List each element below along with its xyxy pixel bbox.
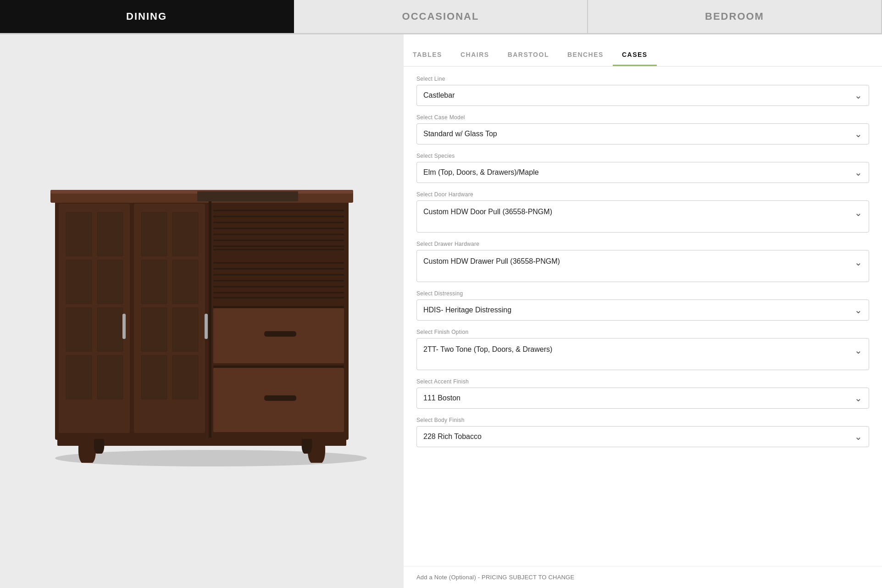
svg-rect-5 [197, 191, 298, 201]
config-panel: TABLES CHAIRS BARSTOOL BENCHES CASES Sel… [404, 34, 882, 588]
select-case-model-value: Standard w/ Glass Top [417, 125, 848, 144]
svg-rect-14 [66, 308, 92, 351]
label-select-line: Select Line [416, 76, 869, 82]
select-distressing-wrapper[interactable]: HDIS- Heritage Distressing ⌄ [416, 300, 869, 321]
svg-rect-12 [66, 260, 92, 304]
select-accent-finish-wrapper[interactable]: 111 Boston ⌄ [416, 388, 869, 409]
svg-rect-49 [213, 366, 344, 368]
tab-chairs[interactable]: CHAIRS [451, 51, 499, 66]
svg-rect-24 [172, 308, 198, 351]
product-view [0, 34, 404, 588]
label-select-species: Select Species [416, 153, 869, 159]
svg-rect-23 [141, 308, 167, 351]
select-door-hardware-value: Custom HDW Door Pull (36558-PNGM) [417, 201, 848, 222]
field-select-accent-finish: Select Accent Finish 111 Boston ⌄ [416, 378, 869, 409]
field-select-finish-option: Select Finish Option 2TT- Two Tone (Top,… [416, 329, 869, 370]
select-species-arrow[interactable]: ⌄ [848, 162, 869, 183]
select-case-model-wrapper[interactable]: Standard w/ Glass Top ⌄ [416, 123, 869, 144]
tab-dining[interactable]: DINING [0, 0, 294, 33]
svg-rect-25 [141, 355, 167, 399]
field-select-line: Select Line Castlebar ⌄ [416, 76, 869, 106]
cabinet-illustration [28, 155, 376, 467]
select-accent-finish-arrow[interactable]: ⌄ [848, 388, 869, 408]
svg-rect-16 [66, 355, 92, 399]
select-drawer-hardware-arrow[interactable]: ⌄ [848, 250, 869, 272]
select-line-wrapper[interactable]: Castlebar ⌄ [416, 85, 869, 106]
select-finish-option-value: 2TT- Two Tone (Top, Doors, & Drawers) [417, 338, 848, 359]
config-form: Select Line Castlebar ⌄ Select Case Mode… [404, 67, 882, 566]
label-select-door-hardware: Select Door Hardware [416, 191, 869, 198]
select-finish-option-arrow[interactable]: ⌄ [848, 338, 869, 361]
svg-rect-51 [264, 395, 296, 401]
field-select-body-finish: Select Body Finish 228 Rich Tobacco ⌄ [416, 417, 869, 447]
svg-rect-20 [172, 212, 198, 256]
svg-rect-26 [172, 355, 198, 399]
svg-rect-21 [141, 260, 167, 304]
select-body-finish-arrow[interactable]: ⌄ [848, 427, 869, 447]
svg-rect-6 [209, 201, 211, 440]
select-finish-option-wrapper[interactable]: 2TT- Two Tone (Top, Doors, & Drawers) ⌄ [416, 338, 869, 370]
tab-tables[interactable]: TABLES [404, 51, 451, 66]
label-select-distressing: Select Distressing [416, 290, 869, 297]
content-area: TABLES CHAIRS BARSTOOL BENCHES CASES Sel… [0, 34, 882, 588]
svg-rect-27 [122, 314, 126, 339]
label-select-finish-option: Select Finish Option [416, 329, 869, 335]
select-drawer-hardware-wrapper[interactable]: Custom HDW Drawer Pull (36558-PNGM) ⌄ [416, 250, 869, 282]
select-case-model-arrow[interactable]: ⌄ [848, 124, 869, 144]
select-door-hardware-wrapper[interactable]: Custom HDW Door Pull (36558-PNGM) ⌄ [416, 200, 869, 233]
field-select-drawer-hardware: Select Drawer Hardware Custom HDW Drawer… [416, 241, 869, 282]
select-distressing-value: HDIS- Heritage Distressing [417, 301, 848, 320]
label-select-accent-finish: Select Accent Finish [416, 378, 869, 385]
tab-barstool[interactable]: BARSTOOL [499, 51, 558, 66]
select-line-arrow[interactable]: ⌄ [848, 85, 869, 105]
svg-rect-28 [205, 314, 208, 339]
svg-rect-15 [97, 308, 123, 351]
select-body-finish-wrapper[interactable]: 228 Rich Tobacco ⌄ [416, 426, 869, 447]
label-select-drawer-hardware: Select Drawer Hardware [416, 241, 869, 247]
select-drawer-hardware-value: Custom HDW Drawer Pull (36558-PNGM) [417, 250, 848, 271]
bottom-note: Add a Note (Optional) - PRICING SUBJECT … [404, 566, 882, 588]
select-species-wrapper[interactable]: Elm (Top, Doors, & Drawers)/Maple ⌄ [416, 162, 869, 183]
main-tab-bar: DINING OCCASIONAL BEDROOM [0, 0, 882, 34]
field-select-species: Select Species Elm (Top, Doors, & Drawer… [416, 153, 869, 183]
svg-rect-10 [66, 212, 92, 256]
field-select-distressing: Select Distressing HDIS- Heritage Distre… [416, 290, 869, 321]
svg-rect-11 [97, 212, 123, 256]
tab-bedroom[interactable]: BEDROOM [588, 0, 882, 33]
tab-occasional[interactable]: OCCASIONAL [294, 0, 588, 33]
tab-benches[interactable]: BENCHES [558, 51, 613, 66]
tab-cases[interactable]: CASES [613, 51, 657, 66]
select-distressing-arrow[interactable]: ⌄ [848, 300, 869, 320]
field-select-case-model: Select Case Model Standard w/ Glass Top … [416, 114, 869, 144]
select-body-finish-value: 228 Rich Tobacco [417, 427, 848, 446]
svg-rect-46 [213, 306, 344, 308]
svg-rect-48 [264, 331, 296, 337]
select-species-value: Elm (Top, Doors, & Drawers)/Maple [417, 163, 848, 182]
svg-rect-19 [141, 212, 167, 256]
svg-rect-22 [172, 260, 198, 304]
svg-rect-29 [213, 205, 344, 255]
svg-rect-13 [97, 260, 123, 304]
secondary-nav: TABLES CHAIRS BARSTOOL BENCHES CASES [404, 34, 882, 67]
product-image [9, 59, 394, 564]
svg-rect-17 [97, 355, 123, 399]
select-accent-finish-value: 111 Boston [417, 389, 848, 408]
label-select-case-model: Select Case Model [416, 114, 869, 121]
select-door-hardware-arrow[interactable]: ⌄ [848, 201, 869, 223]
label-select-body-finish: Select Body Finish [416, 417, 869, 423]
select-line-value: Castlebar [417, 86, 848, 105]
field-select-door-hardware: Select Door Hardware Custom HDW Door Pul… [416, 191, 869, 233]
